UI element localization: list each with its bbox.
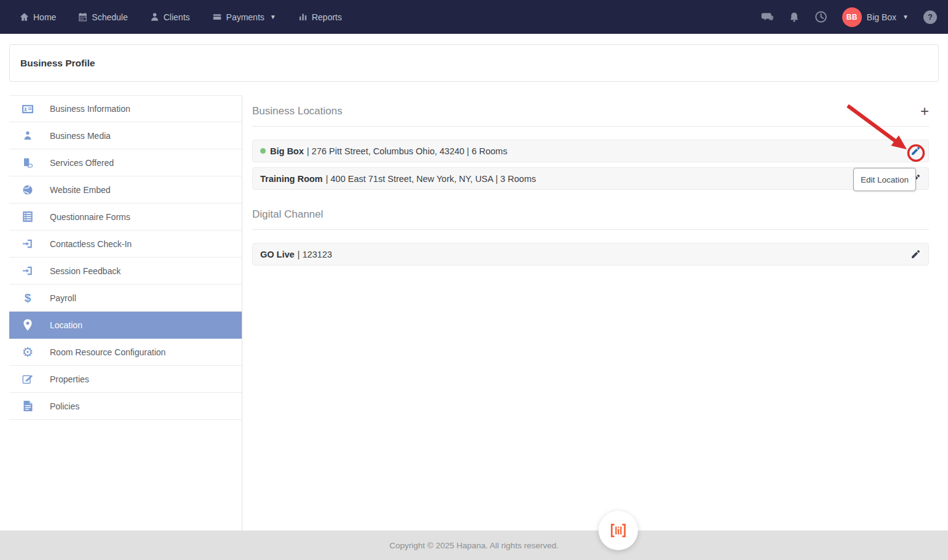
bar-chart-icon	[298, 12, 308, 22]
sidebar-item-session-feedback[interactable]: Session Feedback	[9, 258, 242, 285]
bell-icon[interactable]	[789, 11, 800, 23]
credit-card-icon	[212, 12, 222, 22]
calendar-icon	[78, 12, 87, 22]
user-name: Big Box	[867, 12, 896, 22]
nav-label: Clients	[164, 12, 190, 22]
digital-channel-list: GO Live | 123123	[252, 243, 929, 266]
sign-in-icon	[22, 239, 34, 249]
section-title: Business Locations	[252, 105, 342, 117]
services-icon	[22, 157, 34, 168]
sidebar-item-label: Business Information	[50, 104, 130, 114]
nav-label: Home	[33, 12, 56, 22]
sidebar-item-website-embed[interactable]: Website Embed	[9, 176, 242, 203]
nav-label: Reports	[312, 12, 342, 22]
edit-note-icon	[22, 374, 34, 384]
footer: Copyright © 2025 Hapana. All rights rese…	[0, 530, 948, 560]
add-location-button[interactable]: +	[920, 105, 929, 117]
location-details: | 276 Pitt Street, Columbus Ohio, 43240 …	[307, 146, 508, 156]
sidebar-item-payroll[interactable]: $ Payroll	[9, 285, 242, 312]
business-locations-list: Big Box | 276 Pitt Street, Columbus Ohio…	[252, 140, 929, 190]
nav-item-reports[interactable]: Reports	[298, 12, 342, 22]
channel-details: | 123123	[298, 250, 332, 259]
sidebar-item-label: Contactless Check-In	[50, 239, 132, 249]
id-card-icon	[22, 105, 34, 114]
location-row-big-box[interactable]: Big Box | 276 Pitt Street, Columbus Ohio…	[252, 140, 929, 162]
dollar-icon: $	[22, 292, 34, 304]
globe-icon	[22, 184, 34, 195]
sidebar-item-label: Services Offered	[50, 158, 114, 168]
content-wrapper: Business Information Business Media Serv…	[9, 95, 939, 530]
sidebar-item-label: Location	[50, 320, 82, 330]
sidebar-item-questionnaire-forms[interactable]: Questionnaire Forms	[9, 203, 242, 231]
nav-item-home[interactable]: Home	[20, 12, 56, 22]
person-icon	[22, 130, 34, 141]
edit-pencil-icon[interactable]	[910, 146, 921, 156]
sidebar-item-label: Questionnaire Forms	[50, 212, 130, 222]
location-name: Big Box	[270, 146, 304, 156]
settings-sidebar: Business Information Business Media Serv…	[9, 95, 242, 530]
help-icon[interactable]: ?	[923, 10, 937, 24]
business-locations-header: Business Locations +	[252, 95, 929, 127]
location-name: Training Room	[260, 174, 323, 184]
sign-in-icon	[22, 266, 34, 276]
gear-icon: ⚙	[22, 345, 34, 360]
sidebar-item-services-offered[interactable]: Services Offered	[9, 149, 242, 176]
sidebar-item-label: Session Feedback	[50, 266, 121, 276]
sidebar-item-label: Properties	[50, 374, 89, 384]
map-pin-icon	[22, 319, 34, 331]
nav-item-payments[interactable]: Payments ▼	[212, 12, 276, 22]
sidebar-item-business-media[interactable]: Business Media	[9, 122, 242, 149]
nav-utilities: BB Big Box ▼ ?	[760, 7, 937, 27]
edit-pencil-icon[interactable]	[910, 249, 921, 259]
clock-icon[interactable]	[815, 10, 827, 23]
hapana-scan-button[interactable]	[599, 511, 638, 550]
chevron-down-icon: ▼	[270, 14, 276, 20]
status-dot	[260, 148, 266, 154]
document-icon	[22, 401, 34, 411]
form-icon	[22, 211, 34, 222]
nav-item-schedule[interactable]: Schedule	[78, 12, 127, 22]
avatar: BB	[842, 7, 862, 27]
sidebar-item-policies[interactable]: Policies	[9, 393, 242, 420]
sidebar-item-label: Business Media	[50, 131, 111, 141]
page-title-card: Business Profile	[9, 44, 939, 82]
chat-icon[interactable]	[760, 11, 774, 23]
nav-label: Schedule	[92, 12, 127, 22]
sidebar-item-location[interactable]: Location	[9, 312, 242, 339]
barcode-icon	[608, 520, 629, 541]
page-title: Business Profile	[20, 58, 95, 69]
copyright-text: Copyright © 2025 Hapana. All rights rese…	[389, 541, 559, 550]
channel-name: GO Live	[260, 250, 295, 259]
user-menu[interactable]: BB Big Box ▼	[842, 7, 909, 27]
chevron-down-icon: ▼	[902, 14, 909, 20]
channel-row-go-live[interactable]: GO Live | 123123	[252, 243, 929, 266]
person-icon	[150, 12, 159, 22]
section-title: Digital Channel	[252, 208, 323, 221]
nav-item-clients[interactable]: Clients	[150, 12, 190, 22]
sidebar-item-business-information[interactable]: Business Information	[9, 95, 242, 122]
sidebar-item-label: Payroll	[50, 293, 76, 303]
sidebar-item-properties[interactable]: Properties	[9, 366, 242, 393]
main-panel: Business Locations + Big Box | 276 Pitt …	[242, 95, 939, 530]
edit-location-tooltip: Edit Location	[853, 168, 916, 191]
digital-channel-header: Digital Channel	[252, 199, 929, 230]
tooltip-label: Edit Location	[861, 175, 909, 184]
nav-label: Payments	[226, 12, 265, 22]
home-icon	[20, 12, 29, 22]
sidebar-item-label: Policies	[50, 401, 79, 411]
sidebar-item-contactless-check-in[interactable]: Contactless Check-In	[9, 231, 242, 258]
location-details: | 400 East 71st Street, New York, NY, US…	[326, 174, 536, 184]
sidebar-item-room-resource-configuration[interactable]: ⚙ Room Resource Configuration	[9, 339, 242, 366]
location-row-training-room[interactable]: Training Room | 400 East 71st Street, Ne…	[252, 167, 929, 190]
sidebar-item-label: Room Resource Configuration	[50, 347, 165, 357]
top-navbar: Home Schedule Clients Payments ▼ Repor	[0, 0, 948, 34]
sidebar-item-label: Website Embed	[50, 185, 111, 195]
nav-menu: Home Schedule Clients Payments ▼ Repor	[20, 12, 342, 22]
